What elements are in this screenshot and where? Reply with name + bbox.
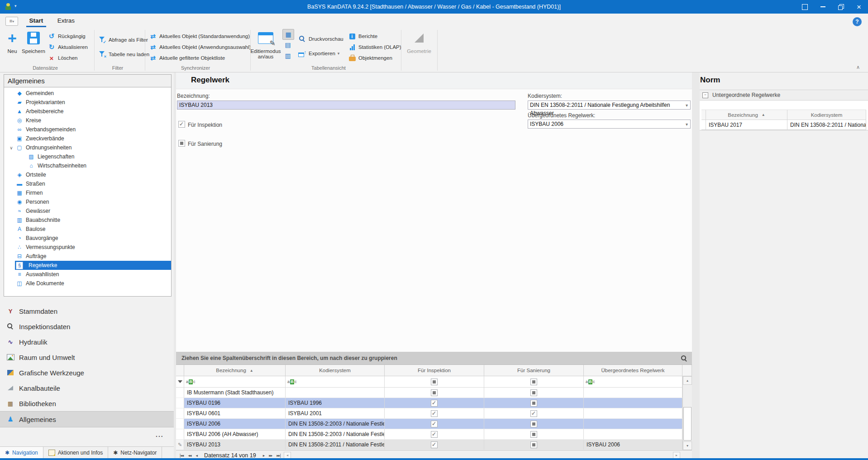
sidebar-item-vermessungspunkte[interactable]: ∴Vermessungspunkte [4,243,171,252]
exportieren-button[interactable]: ↑Exportieren▾ [298,49,339,58]
filter-checkbox[interactable] [530,379,537,385]
objektmengen-button[interactable]: Objektmengen [348,53,392,62]
checkbox[interactable] [530,421,537,427]
filter-cell-fuer-sanierung[interactable] [484,376,584,387]
kodiersystem-select[interactable]: DIN EN 13508-2:2011 / Nationale Festlegu… [528,101,691,110]
group-by-bar[interactable]: Ziehen Sie eine Spaltenüberschrift in di… [176,352,692,365]
column-header-fuer-sanierung[interactable]: Für Sanierung [484,365,584,376]
minimize-button[interactable] [814,0,832,14]
chevron-down-icon[interactable]: ▾ [686,101,688,110]
checkbox[interactable] [431,421,438,427]
sidebar-item-personen[interactable]: ◉Personen [4,197,171,206]
loeschen-button[interactable]: ×Löschen [47,53,77,62]
table-row[interactable]: ISYBAU 0196 ISYBAU 1996 [176,398,692,408]
ribbon-collapse-icon[interactable]: ∧ [856,64,860,70]
scroll-up-button[interactable]: ▴ [683,376,692,385]
filter-cell-bezeichnung[interactable]: aBc [184,376,286,387]
filter-checkbox[interactable] [431,379,438,385]
sidebar-section-bibliotheken[interactable]: ▦Bibliotheken [0,396,174,411]
sidebar-section-hydraulik[interactable]: ∿Hydraulik [0,334,174,350]
sidebar-item-wirtschaftseinheiten[interactable]: ⌂Wirtschaftseinheiten [4,161,171,170]
sidebar-section-allgemeines[interactable]: ♟Allgemeines [0,411,174,427]
checkbox[interactable] [431,441,438,448]
view-refresh-button[interactable]: ▥ [282,51,293,61]
tabelle-neu-laden-button[interactable]: ×Tabelle neu laden [98,50,149,59]
file-menu-button[interactable]: ≡▾ [5,17,18,26]
speichern-button[interactable]: Speichern [22,29,45,62]
collapse-section-icon[interactable]: − [702,92,708,98]
view-rows-button[interactable]: ▤ [282,40,293,50]
sidebar-item-ordnungseinheiten[interactable]: ∨▢Ordnungseinheiten [4,143,171,152]
sidebar-item-auswahllisten[interactable]: ≡Auswahllisten [4,270,171,279]
sidebar-item-strassen[interactable]: ▬Straßen [4,179,171,188]
checkbox[interactable] [431,389,438,396]
help-button[interactable]: ? [853,17,862,26]
table-row[interactable]: ISYBAU 2006 DIN EN 13508-2:2003 / Nation… [176,419,692,429]
column-header-kodiersystem[interactable]: Kodiersystem [286,365,385,376]
checkbox[interactable] [530,389,537,396]
sidebar-section-inspektionsdaten[interactable]: Inspektionsdaten [0,319,174,334]
filter-cell-fuer-inspektion[interactable] [385,376,484,387]
sidebar-section-grafische-werkzeuge[interactable]: Grafische Werkzeuge [0,365,174,380]
chevron-expanded-icon[interactable]: ∨ [8,145,15,150]
neu-button[interactable]: + Neu [3,29,22,62]
aktuelles-objekt-standard-button[interactable]: ⇄Aktuelles Objekt (Standardanwendung) [148,32,250,41]
sidebar-item-gewaesser[interactable]: ≈Gewässer [4,206,171,216]
overflow-dots-button[interactable]: ... [156,431,164,438]
sidebar-item-arbeitsbereiche[interactable]: ▲Arbeitsbereiche [4,107,171,116]
app-icon[interactable] [5,3,12,10]
prev-page-button[interactable]: ◂◂ [188,453,191,458]
aktualisieren-button[interactable]: ↻Aktualisieren [47,43,88,52]
sidebar-item-gemeinden[interactable]: ◆Gemeinden [4,89,171,98]
checkbox[interactable] [431,410,438,417]
table-row[interactable]: ISYBAU 0601 ISYBAU 2001 [176,408,692,419]
column-header-uebergeordnetes-regelwerk[interactable]: Übergeordnetes Regelwerk [584,365,682,376]
norm-section-header[interactable]: − Untergeordnete Regelwerke [700,90,868,101]
sidebar-item-zweckverbaende[interactable]: ▣Zweckverbände [4,134,171,143]
norm-data-row[interactable]: ISYBAU 2017 DIN EN 13508-2:2011 / Nation… [701,120,868,130]
next-page-button[interactable]: ▸▸ [269,453,272,458]
fuer-inspektion-checkbox[interactable] [178,121,185,128]
geometrie-button[interactable]: Geometrie [405,29,433,62]
column-header-bezeichnung[interactable]: Bezeichnung▲ [184,365,286,376]
first-record-button[interactable]: |◂◂ [180,453,183,458]
bezeichnung-input[interactable]: ISYBAU 2013 [177,101,515,110]
restore-button[interactable] [832,0,850,14]
sidebar-item-liegenschaften[interactable]: ▨Liegenschaften [4,152,171,161]
next-record-button[interactable]: ▸ [263,453,265,458]
prev-record-button[interactable]: ◂ [196,453,197,458]
fuer-sanierung-checkbox[interactable] [178,140,185,147]
norm-new-row[interactable] [701,101,866,110]
editiermodus-button[interactable]: ✎ Editiermodus an/aus [250,29,281,62]
sidebar-section-raum-und-umwelt[interactable]: Raum und Umwelt [0,350,174,365]
tab-start[interactable]: Start [26,15,46,26]
druckvorschau-button[interactable]: Druckvorschau [298,34,343,43]
chevron-down-icon[interactable]: ▾ [686,120,688,129]
sidebar-item-bauabschnitte[interactable]: ▥Bauabschnitte [4,216,171,225]
berichte-button[interactable]: iBerichte [348,32,377,41]
filter-cell-uebergeordnet[interactable]: aBc [584,376,682,387]
filter-cell-kodiersystem[interactable]: aBc [286,376,385,387]
sidebar-item-regelwerke[interactable]: §Regelwerke [15,261,171,270]
sidebar-item-kreise[interactable]: ◎Kreise [4,116,171,125]
checkbox[interactable] [530,410,537,417]
aktuelle-gefilterte-objektliste-button[interactable]: ⇄Aktuelle gefilterte Objektliste [148,53,225,62]
close-button[interactable]: × [850,0,868,14]
text-filter-icon[interactable]: aBc [186,379,196,384]
fullscreen-button[interactable] [796,0,814,14]
sidebar-item-projektvarianten[interactable]: ▰Projektvarianten [4,98,171,107]
norm-column-bezeichnung[interactable]: Bezeichnung▲ [706,110,787,120]
text-filter-icon[interactable]: aBc [586,379,595,384]
checkbox[interactable] [530,431,537,438]
tab-aktionen-und-infos[interactable]: Aktionen und Infos [43,447,108,459]
statistiken-button[interactable]: Statistiken (OLAP) [348,43,401,52]
table-row[interactable]: IB Mustermann (Stadt Stadthausen) [176,388,692,398]
sidebar-item-verbandsgemeinden[interactable]: ∞Verbandsgemeinden [4,125,171,134]
funnel-icon[interactable] [178,380,182,383]
checkbox[interactable] [431,400,438,407]
last-record-button[interactable]: ▸▸| [277,453,280,458]
tab-netz-navigator[interactable]: ✱Netz-Navigator [108,447,162,459]
sidebar-item-alle-dokumente[interactable]: ◫Alle Dokumente [4,279,171,288]
sidebar-item-firmen[interactable]: ▦Firmen [4,188,171,197]
sidebar-item-auftraege[interactable]: ⊟Aufträge [4,252,171,261]
